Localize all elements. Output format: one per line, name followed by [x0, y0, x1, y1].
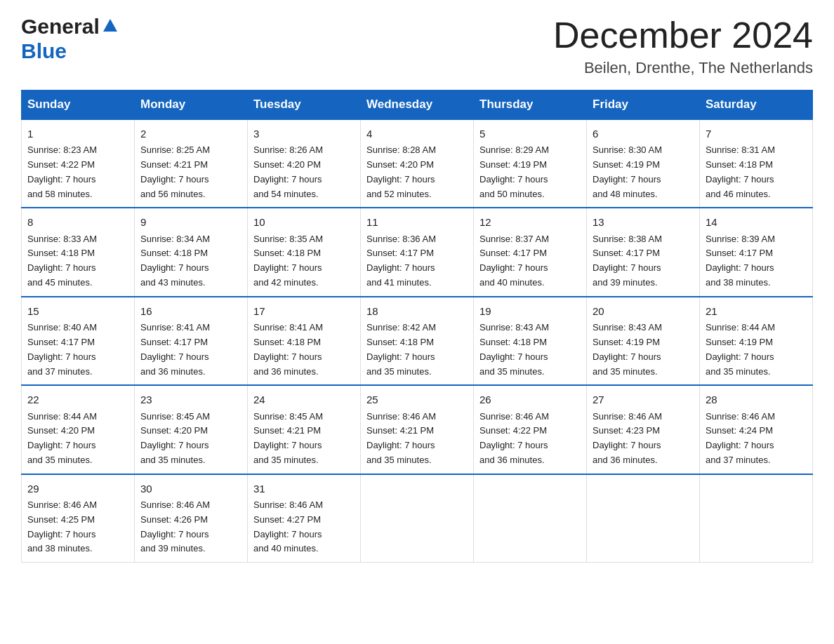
logo-general: General	[21, 14, 118, 39]
calendar-cell: 13Sunrise: 8:38 AMSunset: 4:17 PMDayligh…	[587, 208, 700, 296]
day-number: 5	[479, 126, 581, 142]
calendar-cell: 31Sunrise: 8:46 AMSunset: 4:27 PMDayligh…	[248, 474, 361, 563]
calendar-header-row: SundayMondayTuesdayWednesdayThursdayFrid…	[22, 90, 813, 120]
day-number: 10	[253, 214, 355, 230]
day-number: 13	[593, 214, 694, 230]
logo-blue-text: Blue	[21, 39, 67, 63]
day-info: Sunrise: 8:46 AMSunset: 4:27 PMDaylight:…	[253, 498, 355, 556]
day-info: Sunrise: 8:34 AMSunset: 4:18 PMDaylight:…	[140, 232, 241, 290]
day-info: Sunrise: 8:43 AMSunset: 4:19 PMDaylight:…	[593, 321, 694, 379]
calendar-cell: 7Sunrise: 8:31 AMSunset: 4:18 PMDaylight…	[700, 119, 813, 208]
day-info: Sunrise: 8:46 AMSunset: 4:26 PMDaylight:…	[140, 498, 241, 556]
day-number: 16	[140, 303, 241, 319]
day-number: 4	[366, 126, 468, 142]
day-info: Sunrise: 8:45 AMSunset: 4:21 PMDaylight:…	[253, 410, 355, 468]
day-number: 6	[593, 126, 694, 142]
day-info: Sunrise: 8:37 AMSunset: 4:17 PMDaylight:…	[479, 232, 581, 290]
calendar-week-row: 1Sunrise: 8:23 AMSunset: 4:22 PMDaylight…	[22, 119, 813, 208]
day-info: Sunrise: 8:46 AMSunset: 4:23 PMDaylight:…	[593, 410, 694, 468]
calendar-cell: 19Sunrise: 8:43 AMSunset: 4:18 PMDayligh…	[474, 297, 587, 385]
day-info: Sunrise: 8:36 AMSunset: 4:17 PMDaylight:…	[366, 232, 468, 290]
day-number: 8	[27, 214, 128, 230]
day-number: 20	[593, 303, 694, 319]
page-title: December 2024	[553, 14, 813, 56]
day-info: Sunrise: 8:25 AMSunset: 4:21 PMDaylight:…	[140, 143, 241, 201]
day-number: 27	[593, 391, 694, 408]
page-subtitle: Beilen, Drenthe, The Netherlands	[553, 59, 813, 77]
calendar-cell: 16Sunrise: 8:41 AMSunset: 4:17 PMDayligh…	[135, 297, 248, 385]
calendar-cell: 14Sunrise: 8:39 AMSunset: 4:17 PMDayligh…	[700, 208, 813, 296]
day-info: Sunrise: 8:41 AMSunset: 4:18 PMDaylight:…	[253, 321, 355, 379]
calendar-cell	[474, 474, 587, 563]
day-number: 23	[140, 391, 241, 408]
calendar-cell: 8Sunrise: 8:33 AMSunset: 4:18 PMDaylight…	[22, 208, 135, 296]
calendar-week-row: 29Sunrise: 8:46 AMSunset: 4:25 PMDayligh…	[22, 474, 813, 563]
day-number: 19	[479, 303, 581, 319]
page-header: General Blue December 2024 Beilen, Drent…	[21, 14, 813, 77]
day-number: 26	[479, 391, 581, 408]
header-wednesday: Wednesday	[361, 90, 474, 120]
day-info: Sunrise: 8:46 AMSunset: 4:22 PMDaylight:…	[479, 410, 581, 468]
calendar-cell: 4Sunrise: 8:28 AMSunset: 4:20 PMDaylight…	[361, 119, 474, 208]
day-number: 18	[366, 303, 468, 319]
day-info: Sunrise: 8:46 AMSunset: 4:24 PMDaylight:…	[706, 410, 807, 468]
day-number: 17	[253, 303, 355, 319]
day-info: Sunrise: 8:33 AMSunset: 4:18 PMDaylight:…	[27, 232, 128, 290]
day-number: 29	[27, 481, 128, 497]
header-saturday: Saturday	[700, 90, 813, 120]
calendar-cell: 27Sunrise: 8:46 AMSunset: 4:23 PMDayligh…	[587, 385, 700, 474]
day-number: 25	[366, 391, 468, 408]
day-info: Sunrise: 8:26 AMSunset: 4:20 PMDaylight:…	[253, 143, 355, 201]
day-info: Sunrise: 8:35 AMSunset: 4:18 PMDaylight:…	[253, 232, 355, 290]
calendar-cell: 15Sunrise: 8:40 AMSunset: 4:17 PMDayligh…	[22, 297, 135, 385]
day-info: Sunrise: 8:30 AMSunset: 4:19 PMDaylight:…	[593, 143, 694, 201]
day-number: 21	[706, 303, 807, 319]
day-number: 11	[366, 214, 468, 230]
day-info: Sunrise: 8:41 AMSunset: 4:17 PMDaylight:…	[140, 321, 241, 379]
calendar-cell: 12Sunrise: 8:37 AMSunset: 4:17 PMDayligh…	[474, 208, 587, 296]
calendar-cell: 17Sunrise: 8:41 AMSunset: 4:18 PMDayligh…	[248, 297, 361, 385]
calendar-cell: 28Sunrise: 8:46 AMSunset: 4:24 PMDayligh…	[700, 385, 813, 474]
day-info: Sunrise: 8:44 AMSunset: 4:19 PMDaylight:…	[706, 321, 807, 379]
calendar-week-row: 22Sunrise: 8:44 AMSunset: 4:20 PMDayligh…	[22, 385, 813, 474]
title-area: December 2024 Beilen, Drenthe, The Nethe…	[553, 14, 813, 77]
calendar-cell: 21Sunrise: 8:44 AMSunset: 4:19 PMDayligh…	[700, 297, 813, 385]
day-info: Sunrise: 8:29 AMSunset: 4:19 PMDaylight:…	[479, 143, 581, 201]
header-tuesday: Tuesday	[248, 90, 361, 120]
day-info: Sunrise: 8:23 AMSunset: 4:22 PMDaylight:…	[27, 143, 128, 201]
logo: General Blue	[21, 14, 118, 63]
day-number: 14	[706, 214, 807, 230]
calendar-cell: 20Sunrise: 8:43 AMSunset: 4:19 PMDayligh…	[587, 297, 700, 385]
day-number: 2	[140, 126, 241, 142]
calendar-cell: 5Sunrise: 8:29 AMSunset: 4:19 PMDaylight…	[474, 119, 587, 208]
day-number: 9	[140, 214, 241, 230]
calendar-table: SundayMondayTuesdayWednesdayThursdayFrid…	[21, 90, 813, 563]
calendar-cell: 10Sunrise: 8:35 AMSunset: 4:18 PMDayligh…	[248, 208, 361, 296]
day-number: 12	[479, 214, 581, 230]
day-info: Sunrise: 8:28 AMSunset: 4:20 PMDaylight:…	[366, 143, 468, 201]
header-friday: Friday	[587, 90, 700, 120]
day-number: 15	[27, 303, 128, 319]
calendar-cell: 30Sunrise: 8:46 AMSunset: 4:26 PMDayligh…	[135, 474, 248, 563]
header-monday: Monday	[135, 90, 248, 120]
calendar-week-row: 8Sunrise: 8:33 AMSunset: 4:18 PMDaylight…	[22, 208, 813, 296]
calendar-cell	[361, 474, 474, 563]
day-info: Sunrise: 8:44 AMSunset: 4:20 PMDaylight:…	[27, 410, 128, 468]
day-info: Sunrise: 8:46 AMSunset: 4:25 PMDaylight:…	[27, 498, 128, 556]
day-info: Sunrise: 8:46 AMSunset: 4:21 PMDaylight:…	[366, 410, 468, 468]
calendar-cell: 6Sunrise: 8:30 AMSunset: 4:19 PMDaylight…	[587, 119, 700, 208]
day-info: Sunrise: 8:31 AMSunset: 4:18 PMDaylight:…	[706, 143, 807, 201]
day-info: Sunrise: 8:45 AMSunset: 4:20 PMDaylight:…	[140, 410, 241, 468]
day-number: 28	[706, 391, 807, 408]
calendar-cell: 25Sunrise: 8:46 AMSunset: 4:21 PMDayligh…	[361, 385, 474, 474]
logo-triangle-icon	[102, 14, 118, 38]
svg-marker-0	[103, 19, 117, 32]
calendar-cell: 22Sunrise: 8:44 AMSunset: 4:20 PMDayligh…	[22, 385, 135, 474]
calendar-cell	[700, 474, 813, 563]
day-number: 31	[253, 481, 355, 497]
day-number: 3	[253, 126, 355, 142]
day-number: 30	[140, 481, 241, 497]
calendar-cell: 24Sunrise: 8:45 AMSunset: 4:21 PMDayligh…	[248, 385, 361, 474]
calendar-cell: 26Sunrise: 8:46 AMSunset: 4:22 PMDayligh…	[474, 385, 587, 474]
calendar-cell: 23Sunrise: 8:45 AMSunset: 4:20 PMDayligh…	[135, 385, 248, 474]
